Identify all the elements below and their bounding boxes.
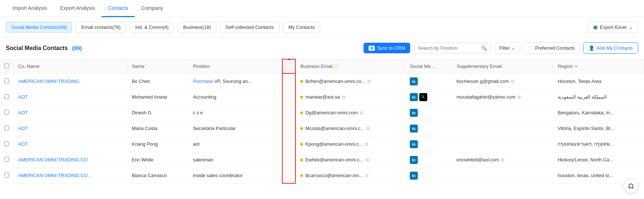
copy-supp-icon[interactable]: ⧉: [518, 95, 521, 100]
filter-ind-comm[interactable]: Ind. & Comm(4): [130, 22, 174, 32]
person-icon: 👤: [589, 45, 594, 51]
linkedin-icon[interactable]: in: [410, 172, 418, 180]
co-name-link[interactable]: AOT: [18, 141, 28, 147]
copy-icon[interactable]: ⧉: [366, 157, 369, 162]
filter-business[interactable]: Business(18): [178, 22, 216, 32]
row-checkbox-cell: [0, 168, 14, 183]
filter-my-contacts[interactable]: My Contacts: [283, 22, 320, 32]
section-count: (89): [72, 45, 82, 51]
co-name-cell: AMERICAN OMNI TRADING: [14, 73, 127, 89]
email-text: Dg@american-omni.com: [305, 110, 358, 115]
linkedin-icon[interactable]: in: [410, 140, 418, 148]
business-email-cell: Ewhite@american-omni.c... ⧉: [295, 152, 405, 168]
copy-icon[interactable]: ⧉: [360, 110, 363, 115]
row-checkbox[interactable]: [4, 94, 9, 99]
filter-self-collected[interactable]: Self-collected Contacts: [220, 22, 279, 32]
co-name-link[interactable]: AMERICAN OMNI TRADING CO: [18, 157, 88, 162]
email-text: Mcosta@american-omni.c...: [305, 126, 364, 131]
copy-icon[interactable]: ⧉: [342, 95, 345, 100]
row-checkbox[interactable]: [4, 126, 9, 130]
co-name-link[interactable]: AOT: [18, 110, 28, 115]
add-my-contacts-label: Add My Contacts: [597, 45, 633, 51]
verify-cell: [282, 89, 295, 105]
preferred-contacts-button[interactable]: ♡ Preferred Contacts: [524, 42, 580, 54]
position-header: Position: [189, 59, 283, 73]
co-name-link[interactable]: AMERICAN OMNI TRADING: [18, 79, 79, 84]
row-checkbox[interactable]: [4, 141, 9, 146]
supp-email-text: moustafagahin@yahoo.com: [456, 94, 515, 100]
sync-crm-button[interactable]: M Sync to CRM: [364, 43, 410, 53]
supplementary-email-cell: moustafagahin@yahoo.com⧉: [452, 89, 553, 105]
position-link[interactable]: Purchase: [193, 79, 213, 84]
name-cell: Bianca Carrasco: [127, 168, 189, 183]
supplementary-email-cell: [452, 168, 553, 183]
linkedin-icon[interactable]: in: [410, 125, 418, 133]
row-checkbox[interactable]: [4, 157, 9, 162]
region-header: Region ▼: [553, 59, 644, 73]
row-checkbox[interactable]: [4, 173, 9, 177]
linkedin-icon[interactable]: in: [410, 156, 418, 164]
co-name-link[interactable]: AOT: [18, 94, 28, 100]
copy-icon[interactable]: ⧉: [365, 142, 368, 147]
business-email-header: Business Email ⓘ: [295, 59, 405, 73]
table-row: AMERICAN OMNI TRADING COEric Whitesalesm…: [0, 152, 644, 168]
email-status-dot: [300, 158, 303, 161]
headphones-icon: 🎧: [628, 183, 634, 184]
social-media-header: Social Me...: [405, 59, 452, 73]
position-cell: inside sales coordinator: [189, 168, 283, 183]
chevron-down-icon: ⌄: [511, 45, 515, 51]
row-checkbox-cell: [0, 89, 14, 105]
linkedin-icon[interactable]: in: [410, 77, 418, 85]
linkedin-icon[interactable]: in: [410, 93, 418, 101]
verify-cell: [282, 136, 295, 152]
region-cell: Hickory/Lenoir, North Ca...: [553, 152, 644, 168]
copy-supp-icon[interactable]: ⧉: [511, 79, 514, 84]
tab-contacts[interactable]: Contacts: [102, 0, 135, 17]
search-position-input[interactable]: 🔍: [414, 43, 491, 53]
email-status-dot: [300, 174, 303, 177]
region-cell: المملكة العربية السعودية: [553, 89, 644, 105]
co-name-link[interactable]: AOT: [18, 126, 28, 131]
tab-export-analysis[interactable]: Export Analysis: [54, 0, 102, 17]
contacts-table: Co. Name Name Position Verify Business E…: [0, 59, 644, 184]
select-all-col[interactable]: [0, 59, 14, 73]
copy-icon[interactable]: ⧉: [368, 79, 371, 84]
region-cell: Houston, Texas Area: [553, 73, 644, 89]
table-row: AOTKriang Pongaot Kpong@american-omni.c.…: [0, 136, 644, 152]
email-status-dot: [300, 80, 303, 83]
filter-dropdown[interactable]: Filter ⌄: [495, 42, 520, 54]
tab-company[interactable]: Company: [135, 0, 170, 17]
linkedin-icon[interactable]: in: [410, 109, 418, 117]
region-cell: Bengaluru, Karnataka, In...: [553, 105, 644, 120]
search-input[interactable]: [418, 45, 479, 51]
supplementary-email-cell: [452, 136, 553, 152]
tab-import-analysis[interactable]: Import Analysis: [6, 0, 54, 17]
table-row: AOTDinesh Gc s e Dg@american-omni.com ⧉ …: [0, 105, 644, 120]
twitter-icon[interactable]: 𝕏: [419, 93, 427, 101]
email-text: Kpong@american-omni.c...: [305, 141, 363, 147]
filter-email[interactable]: Email contacts(76): [76, 22, 126, 32]
co-name-cell: AOT: [14, 136, 127, 152]
export-excel-button[interactable]: ▣ Export Excel ⌄: [588, 22, 638, 32]
email-status-dot: [300, 127, 303, 130]
social-media-cell: in: [405, 136, 452, 152]
filter-social-media[interactable]: Social Media Contacts(89): [6, 22, 72, 32]
row-checkbox[interactable]: [4, 110, 9, 115]
name-cell: Bo Chen: [127, 73, 189, 89]
add-my-contacts-button[interactable]: 👤 Add My Contacts: [583, 42, 638, 54]
select-all-checkbox[interactable]: [4, 64, 9, 68]
top-tab-bar: Import Analysis Export Analysis Contacts…: [0, 0, 644, 17]
email-text: Bcarrasco@american-om...: [305, 173, 363, 178]
supplementary-email-cell: bochenum g@gmail.com⧉: [452, 73, 553, 89]
position-cell: aot: [189, 136, 283, 152]
region-filter-icon[interactable]: ▼: [574, 64, 578, 69]
export-excel-label: Export Excel: [600, 24, 627, 30]
row-checkbox[interactable]: [4, 79, 9, 83]
email-text: Ewhite@american-omni.c...: [305, 157, 363, 162]
copy-icon[interactable]: ⧉: [365, 173, 369, 178]
copy-supp-icon[interactable]: ⧉: [501, 157, 504, 162]
co-name-link[interactable]: AMERICAN OMNI TRADING CO...: [18, 173, 92, 178]
region-cell: Vitória, Espírito Santo, Br...: [553, 120, 644, 136]
supp-email-text: ericwhite9@aol.com: [456, 157, 499, 162]
copy-icon[interactable]: ⧉: [366, 126, 370, 131]
